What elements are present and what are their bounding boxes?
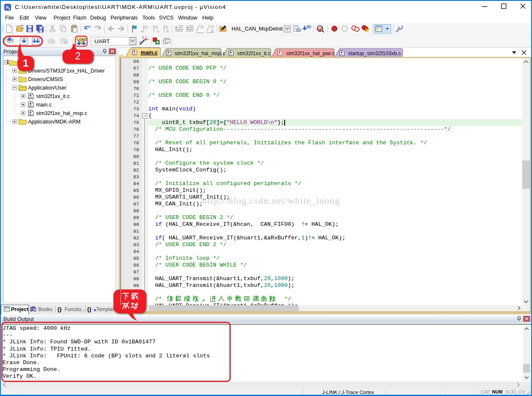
- svg-text:HAL_CAN_MspDeInit: HAL_CAN_MspDeInit: [232, 26, 283, 32]
- svg-text:@: @: [317, 26, 322, 32]
- svg-text:startup_stm32f103xb.s: startup_stm32f103xb.s: [348, 51, 401, 56]
- svg-text:stm32f1xx_it.c: stm32f1xx_it.c: [237, 51, 271, 56]
- svg-text:main.c: main.c: [141, 50, 158, 56]
- svg-text:?: ?: [34, 308, 36, 311]
- svg-text:stm32f1xx_hal_pwr.c: stm32f1xx_hal_pwr.c: [286, 51, 335, 56]
- svg-text:stm32f1xx_hal_msp.c: stm32f1xx_hal_msp.c: [175, 51, 225, 56]
